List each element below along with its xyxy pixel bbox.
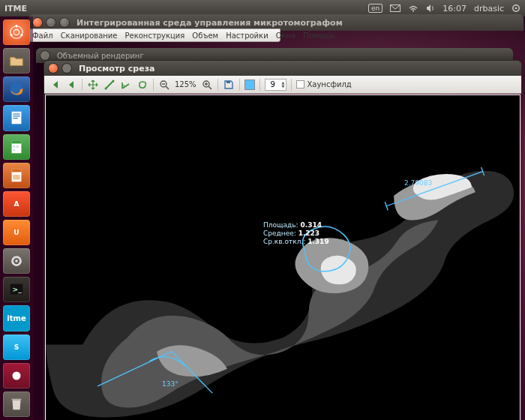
launcher-files[interactable] <box>3 48 30 74</box>
svg-line-33 <box>208 86 212 89</box>
svg-rect-20 <box>13 175 20 179</box>
separator <box>82 79 82 91</box>
network-icon[interactable] <box>408 4 418 13</box>
roi-stats: Площадь: 0.314 Среднее: 1.223 Ср.кв.откл… <box>263 221 329 246</box>
tool-roi-icon[interactable] <box>136 79 148 91</box>
slice-toolbar: 125% ▲▼ Хаунсфилд <box>44 76 521 94</box>
svg-point-5 <box>15 25 17 27</box>
desktop: Интегрированная среда управления микрото… <box>33 16 525 420</box>
menu-recon[interactable]: Реконструкция <box>125 32 185 40</box>
svg-point-22 <box>15 260 18 262</box>
launcher-firefox[interactable] <box>3 76 30 102</box>
unity-launcher: A U >_ itme S <box>0 16 33 420</box>
window-close-icon[interactable] <box>33 18 42 27</box>
slice-close-icon[interactable] <box>49 64 58 73</box>
svg-rect-36 <box>226 81 230 83</box>
menu-volume[interactable]: Объем <box>192 32 218 40</box>
launcher-software-center[interactable]: U <box>3 220 30 245</box>
zoom-value: 125% <box>175 80 196 88</box>
session-gear-icon[interactable] <box>512 4 520 13</box>
separator <box>218 79 218 91</box>
mail-icon[interactable] <box>390 4 400 12</box>
ct-image <box>46 95 520 420</box>
window-min-icon[interactable] <box>46 18 56 27</box>
svg-rect-12 <box>13 118 17 118</box>
zoom-in-icon[interactable] <box>201 79 213 91</box>
svg-point-3 <box>10 26 23 39</box>
svg-rect-10 <box>13 114 20 115</box>
svg-point-28 <box>112 80 115 82</box>
hounsfield-label: Хаунсфилд <box>307 80 351 88</box>
panel-indicators: en 16:07 drbasic <box>368 4 520 14</box>
hounsfield-checkbox[interactable]: Хаунсфилд <box>296 80 351 88</box>
nav-prev-icon[interactable] <box>65 79 77 91</box>
svg-point-7 <box>10 34 12 36</box>
menu-windows[interactable]: Окна <box>276 32 296 40</box>
separator <box>239 79 240 91</box>
svg-rect-16 <box>16 146 19 148</box>
launcher-trash[interactable] <box>3 392 30 417</box>
launcher-dash[interactable] <box>3 20 30 45</box>
launcher-recorder[interactable] <box>3 363 30 388</box>
svg-line-30 <box>166 86 169 89</box>
slice-titlebar[interactable]: Просмотр среза <box>44 61 521 76</box>
angle-measure-value: 133° <box>162 380 178 388</box>
launcher-settings[interactable] <box>3 248 30 274</box>
svg-rect-15 <box>13 146 15 148</box>
svg-rect-11 <box>13 116 20 117</box>
svg-point-2 <box>515 8 518 10</box>
slice-viewport[interactable]: 2.79083 133° Площадь: 0.314 Среднее: 1.2… <box>45 94 520 420</box>
tool-measure-length-icon[interactable] <box>104 79 116 91</box>
tool-measure-angle-icon[interactable] <box>120 79 132 91</box>
save-icon[interactable] <box>223 79 235 91</box>
menu-settings[interactable]: Настройки <box>226 32 268 40</box>
launcher-terminal[interactable]: >_ <box>3 277 30 302</box>
slice-viewer-window: Просмотр среза 125% ▲▼ <box>44 60 522 420</box>
separator <box>291 79 292 91</box>
annotation-color-swatch[interactable] <box>244 80 255 90</box>
window-sys-icon[interactable] <box>40 51 50 60</box>
separator <box>153 79 154 91</box>
sound-icon[interactable] <box>426 4 435 13</box>
zoom-out-icon[interactable] <box>158 79 170 91</box>
nav-first-icon[interactable] <box>49 79 61 91</box>
svg-point-6 <box>20 34 22 36</box>
svg-rect-17 <box>13 148 15 151</box>
launcher-calc[interactable] <box>3 134 30 160</box>
menu-help[interactable]: Помощь <box>303 32 335 40</box>
checkbox-icon[interactable] <box>296 80 304 88</box>
volume-render-title: Объемный рендеринг <box>57 52 144 60</box>
app-title: Интегрированная среда управления микрото… <box>76 18 343 28</box>
launcher-impress[interactable] <box>3 163 30 188</box>
keyboard-indicator[interactable]: en <box>368 4 382 13</box>
active-app-name: ITME <box>4 4 27 14</box>
menu-scan[interactable]: Сканирование <box>61 32 118 40</box>
slice-index-input[interactable] <box>266 80 280 88</box>
slice-min-icon[interactable] <box>62 64 71 73</box>
separator <box>260 79 260 91</box>
svg-rect-14 <box>12 140 22 143</box>
spinner-arrows[interactable]: ▲▼ <box>280 81 286 88</box>
app-menubar: Файл Сканирование Реконструкция Объем На… <box>28 28 280 42</box>
slice-title: Просмотр среза <box>79 64 154 74</box>
svg-point-27 <box>105 87 107 89</box>
launcher-writer[interactable] <box>3 105 30 130</box>
slice-index-spinner[interactable]: ▲▼ <box>265 79 287 91</box>
length-measure-value: 2.79083 <box>404 179 432 187</box>
clock[interactable]: 16:07 <box>442 4 466 14</box>
svg-rect-26 <box>12 399 22 400</box>
window-max-icon[interactable] <box>60 18 69 27</box>
user-menu[interactable]: drbasic <box>474 4 504 14</box>
launcher-itme[interactable]: itme <box>3 305 30 331</box>
launcher-skype[interactable]: S <box>3 334 30 360</box>
launcher-updates[interactable]: A <box>3 191 30 217</box>
tool-pan-icon[interactable] <box>87 79 99 91</box>
menu-file[interactable]: Файл <box>32 32 53 40</box>
svg-point-25 <box>13 371 21 380</box>
svg-text:>_: >_ <box>13 285 22 293</box>
svg-point-4 <box>14 29 19 34</box>
svg-rect-19 <box>12 170 22 172</box>
